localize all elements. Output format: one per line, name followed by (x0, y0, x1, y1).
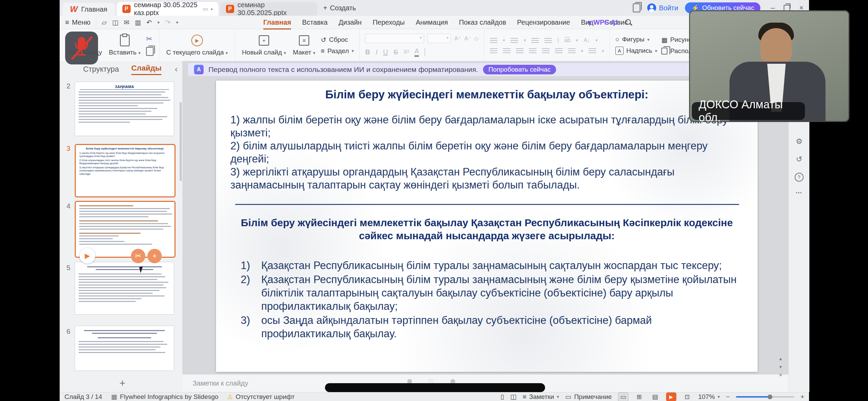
paste-dropdown-icon[interactable]: ▾ (138, 50, 141, 56)
help-icon[interactable]: ? (795, 173, 804, 182)
align-center-icon[interactable] (503, 48, 510, 53)
slide-thumbnail-2[interactable]: ЗАҢНАМА (75, 82, 174, 136)
floating-action-button-2[interactable]: + (147, 249, 162, 263)
textbox-button[interactable]: AНадпись ▾ (615, 47, 657, 55)
layout-dropdown-icon[interactable]: ▾ (313, 50, 315, 56)
print-icon[interactable]: ▥ (135, 19, 141, 26)
zoom-level[interactable]: 107% ▾ (698, 393, 720, 401)
highlight-color-button[interactable] (424, 48, 425, 56)
play-from-current-slide-button[interactable]: ▶ С текущего слайда ▾ (165, 35, 229, 56)
zoom-slider[interactable] (736, 396, 794, 398)
search-button[interactable] (625, 19, 631, 26)
layout-button[interactable]: ≡ Макет ▾ (291, 35, 317, 56)
cut-icon[interactable]: ✂ (146, 35, 154, 44)
document-tab-inactive[interactable]: P семинар 30.05.2025.pptx (220, 2, 317, 16)
copy-icon[interactable] (146, 47, 154, 56)
export-icon[interactable]: ✉ (124, 19, 129, 26)
zoom-slider-handle[interactable] (768, 394, 772, 399)
paste-button[interactable]: Вставить ▾ (108, 35, 142, 56)
document-tab-active[interactable]: P семинар 30.05.2025 каз.pptx ▭ ● (117, 2, 218, 16)
reset-button[interactable]: ↺Сброс (321, 36, 354, 44)
open-file-icon[interactable]: ▱ (102, 19, 107, 26)
history-icon[interactable]: ↺ (796, 155, 802, 164)
superscript-button[interactable]: X² (403, 49, 409, 55)
strikethrough-button[interactable]: S (394, 48, 398, 56)
decrease-indent-icon[interactable] (531, 38, 539, 43)
video-progress-bar[interactable] (325, 383, 545, 392)
columns-icon[interactable] (555, 48, 563, 53)
bullets-icon[interactable] (490, 38, 497, 43)
numbering-icon[interactable] (510, 38, 518, 43)
font-name-combobox[interactable] (365, 34, 424, 43)
tab-design[interactable]: Дизайн (339, 19, 362, 26)
shapes-dropdown-icon[interactable]: ▾ (647, 37, 650, 42)
font-size-combobox[interactable] (427, 34, 451, 43)
slide-sorter-view-button[interactable]: ⊞ (635, 393, 644, 401)
new-slide-dropdown-icon[interactable]: ▾ (284, 50, 286, 56)
settings-sliders-icon[interactable]: ⚙ (796, 137, 803, 146)
undo-dropdown-icon[interactable]: ▾ (157, 20, 160, 25)
textbox-dropdown-icon[interactable]: ▾ (655, 48, 658, 53)
redo-dropdown-icon[interactable]: ▾ (176, 20, 179, 25)
floating-action-button-1[interactable]: ✂ (131, 249, 145, 263)
more-options-icon[interactable]: ••• (796, 191, 803, 195)
tab-review[interactable]: Рецензирование (517, 19, 570, 26)
start-slideshow-button[interactable]: ▶ (666, 392, 676, 401)
wps-ai-button[interactable]: ◆ WPS AI (588, 19, 617, 26)
slides-tab[interactable]: Слайды (131, 64, 161, 75)
clear-format-icon[interactable]: ◇ (474, 35, 479, 42)
reading-view-button[interactable]: ▤ (650, 393, 660, 401)
zoom-out-button[interactable]: − (726, 393, 730, 401)
increase-indent-icon[interactable] (544, 38, 552, 43)
comment-button[interactable]: ▭ Примечание (565, 393, 612, 401)
slide-thumbnail-5[interactable] (75, 262, 174, 315)
collapse-panel-icon[interactable]: ‹ (175, 64, 178, 74)
next-slide-button[interactable]: ▾ (780, 364, 782, 369)
shrink-font-icon[interactable]: A⁻ (464, 35, 471, 42)
grow-font-icon[interactable]: A⁺ (454, 35, 461, 42)
line-spacing-icon[interactable] (568, 48, 576, 53)
italic-button[interactable]: I (376, 48, 378, 56)
underline-button[interactable]: U (383, 48, 388, 56)
webcam-video-overlay[interactable]: ДОКСО Алматы обл. (689, 10, 849, 122)
new-slide-button[interactable]: + Новый слайд ▾ (241, 35, 288, 56)
distribute-icon[interactable] (542, 48, 550, 53)
zoom-in-button[interactable]: + (800, 393, 804, 401)
outline-tab[interactable]: Структура (83, 65, 119, 74)
menu-button[interactable]: ≡ Меню (60, 16, 96, 29)
text-align-vertical-icon[interactable] (589, 48, 596, 53)
undo-icon[interactable]: ↶ (146, 19, 152, 26)
section-dropdown-icon[interactable]: ▾ (352, 48, 354, 53)
previous-slide-button[interactable]: ▴ (780, 356, 782, 361)
scroll-handle-icon[interactable]: ≡ (779, 372, 782, 378)
notes-toggle[interactable]: ≡ Заметки ▾ (522, 393, 559, 401)
missing-font-warning[interactable]: ⚠ Отсутствует шрифт (227, 393, 294, 401)
docs-copy-icon[interactable] (633, 3, 640, 12)
notes-dropdown-icon[interactable]: ▾ (557, 394, 559, 399)
tab-slideshow[interactable]: Показ слайдов (459, 19, 506, 26)
font-color-button[interactable]: A (414, 47, 419, 57)
tab-insert[interactable]: Вставка (302, 19, 327, 26)
section-button[interactable]: ≡Раздел ▾ (321, 47, 354, 55)
sort-text-icon[interactable]: A↓ (583, 37, 590, 44)
try-now-button[interactable]: Попробовать сейчас (483, 65, 556, 74)
template-info[interactable]: ▦ Flywheel Infographics by Slidesgo (111, 393, 218, 401)
save-icon[interactable]: ◫ (112, 19, 118, 26)
slide-thumbnail-3-selected[interactable]: Білім беру жүйесіндегі мемлекеттік бақыл… (75, 144, 176, 197)
redo-icon[interactable]: ↷ (165, 19, 171, 26)
text-direction-icon[interactable]: ab (564, 37, 570, 44)
new-document-button[interactable]: + Создать (323, 0, 356, 16)
normal-view-button[interactable]: ▭ (618, 392, 628, 401)
unsaved-dot-icon[interactable]: ● (210, 7, 213, 11)
justify-icon[interactable] (529, 48, 537, 53)
from-current-dropdown-icon[interactable]: ▾ (226, 50, 228, 56)
handout-export-icon[interactable]: ◫ (510, 393, 516, 401)
slide-canvas[interactable]: Білім беру жүйесіндегі мемлекеттік бақыл… (216, 81, 758, 372)
home-tab[interactable]: W Главная (62, 3, 115, 16)
fit-slide-button[interactable]: ⊡ (683, 393, 692, 401)
login-button[interactable]: Войти (647, 3, 678, 12)
zoom-dropdown-icon[interactable]: ▾ (718, 394, 720, 399)
bold-button[interactable]: B (365, 48, 370, 56)
shapes-button[interactable]: ○Фигуры ▾ (615, 36, 657, 43)
floating-play-button[interactable]: ▶ (80, 248, 95, 264)
